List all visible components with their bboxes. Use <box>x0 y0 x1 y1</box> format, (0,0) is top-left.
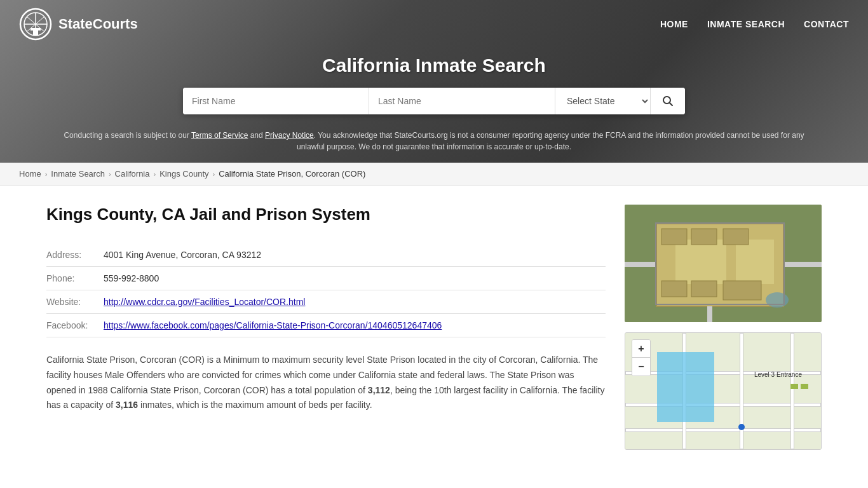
breadcrumb-inmate-search[interactable]: Inmate Search <box>51 169 105 179</box>
facility-heading: Kings County, CA Jail and Prison System <box>46 205 606 224</box>
page-main-title: California Inmate Search <box>13 55 855 76</box>
facebook-value: https://www.facebook.com/pages/Californi… <box>104 314 606 337</box>
svg-rect-19 <box>691 281 717 297</box>
map-entrance-label: Level 3 Entrance <box>754 371 802 378</box>
nav-home[interactable]: HOME <box>660 19 688 29</box>
breadcrumb-current: California State Prison, Corcoran (COR) <box>219 169 365 179</box>
content-right: Level 3 Entrance + − <box>625 205 822 450</box>
map-container: Level 3 Entrance + − <box>625 332 822 450</box>
logo-icon <box>19 8 52 41</box>
svg-rect-14 <box>736 240 774 284</box>
address-label: Address: <box>46 243 104 267</box>
map-highlighted-block <box>657 352 714 422</box>
facility-info-table: Address: 4001 King Avenue, Corcoran, CA … <box>46 243 606 337</box>
search-icon <box>662 95 674 107</box>
phone-label: Phone: <box>46 267 104 290</box>
disclaimer-text-before: Conducting a search is subject to our <box>64 131 191 140</box>
svg-rect-22 <box>783 262 822 267</box>
search-bar-area: Select State Alabama Alaska Arizona Cali… <box>0 88 868 125</box>
svg-rect-16 <box>691 229 717 245</box>
map-zoom-in-button[interactable]: + <box>632 340 650 358</box>
description-part3: inmates, which is the maximum amount of … <box>138 400 372 410</box>
phone-value: 559-992-8800 <box>104 267 606 290</box>
map-road-vertical-2 <box>740 333 743 449</box>
state-select[interactable]: Select State Alabama Alaska Arizona Cali… <box>555 88 651 114</box>
svg-rect-15 <box>661 229 687 245</box>
terms-of-service-link[interactable]: Terms of Service <box>191 131 248 140</box>
prison-aerial-svg <box>625 205 822 322</box>
svg-rect-27 <box>655 222 656 305</box>
disclaimer-text-after: . You acknowledge that StateCourts.org i… <box>297 131 804 151</box>
privacy-notice-link[interactable]: Privacy Notice <box>265 131 314 140</box>
website-value: http://www.cdcr.ca.gov/Facilities_Locato… <box>104 290 606 314</box>
map-zoom-controls: + − <box>632 339 651 376</box>
svg-rect-28 <box>783 222 785 305</box>
breadcrumb: Home › Inmate Search › California › King… <box>0 163 868 186</box>
map-buildings <box>790 384 808 389</box>
breadcrumb-sep-4: › <box>213 170 215 178</box>
svg-rect-23 <box>707 306 712 322</box>
facebook-link[interactable]: https://www.facebook.com/pages/Californi… <box>104 320 442 330</box>
logo-area: StateCourts <box>19 8 138 41</box>
address-value: 4001 King Avenue, Corcoran, CA 93212 <box>104 243 606 267</box>
website-label: Website: <box>46 290 104 314</box>
breadcrumb-state[interactable]: California <box>115 169 150 179</box>
svg-rect-18 <box>661 281 687 297</box>
header: StateCourts HOME INMATE SEARCH CONTACT C… <box>0 0 868 163</box>
svg-rect-13 <box>675 240 726 284</box>
nav-inmate-search[interactable]: INMATE SEARCH <box>707 19 785 29</box>
nav-contact[interactable]: CONTACT <box>804 19 849 29</box>
website-row: Website: http://www.cdcr.ca.gov/Faciliti… <box>46 290 606 314</box>
svg-rect-21 <box>625 262 656 267</box>
capacity-value: 3,116 <box>116 400 138 410</box>
map-location-dot <box>738 424 745 430</box>
nav-links: HOME INMATE SEARCH CONTACT <box>660 19 849 29</box>
svg-rect-17 <box>723 229 749 245</box>
map-building-2 <box>801 384 808 389</box>
logo-text: StateCourts <box>58 16 138 32</box>
disclaimer-and: and <box>248 131 265 140</box>
main-content: Kings County, CA Jail and Prison System … <box>21 186 847 469</box>
breadcrumb-sep-2: › <box>109 170 111 178</box>
svg-rect-20 <box>723 281 761 300</box>
population-value: 3,112 <box>368 385 390 395</box>
address-row: Address: 4001 King Avenue, Corcoran, CA … <box>46 243 606 267</box>
facility-aerial-image <box>625 205 822 322</box>
svg-rect-25 <box>655 222 785 224</box>
search-form: Select State Alabama Alaska Arizona Cali… <box>183 88 685 114</box>
svg-rect-7 <box>31 28 41 30</box>
svg-rect-26 <box>655 304 785 305</box>
svg-rect-6 <box>33 30 38 36</box>
last-name-input[interactable] <box>369 88 555 114</box>
first-name-input[interactable] <box>183 88 369 114</box>
website-link[interactable]: http://www.cdcr.ca.gov/Facilities_Locato… <box>104 297 305 307</box>
header-title-area: California Inmate Search <box>0 48 868 88</box>
content-left: Kings County, CA Jail and Prison System … <box>46 205 606 450</box>
top-nav: StateCourts HOME INMATE SEARCH CONTACT <box>0 0 868 48</box>
header-overlay: StateCourts HOME INMATE SEARCH CONTACT C… <box>0 0 868 163</box>
map-zoom-out-button[interactable]: − <box>632 358 650 376</box>
facebook-row: Facebook: https://www.facebook.com/pages… <box>46 314 606 337</box>
breadcrumb-county[interactable]: Kings County <box>159 169 208 179</box>
breadcrumb-sep-1: › <box>45 170 48 178</box>
search-button[interactable] <box>651 88 685 114</box>
svg-point-24 <box>766 292 789 308</box>
svg-line-9 <box>670 103 673 106</box>
map-road-vertical-3 <box>790 333 794 449</box>
map-building-1 <box>790 384 798 389</box>
phone-row: Phone: 559-992-8800 <box>46 267 606 290</box>
disclaimer: Conducting a search is subject to our Te… <box>0 125 868 163</box>
facebook-label: Facebook: <box>46 314 104 337</box>
breadcrumb-home[interactable]: Home <box>19 169 41 179</box>
breadcrumb-sep-3: › <box>154 170 156 178</box>
facility-description: California State Prison, Corcoran (COR) … <box>46 353 606 413</box>
